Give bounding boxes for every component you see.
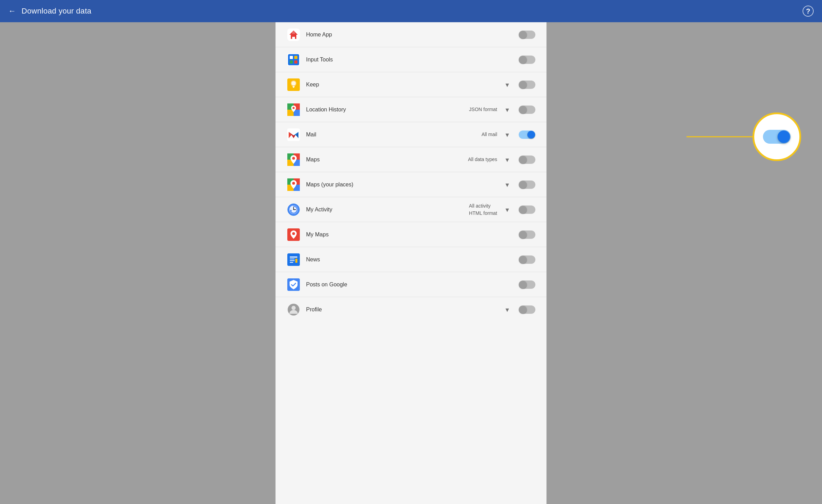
list-row-profile: Profile▾ — [276, 297, 546, 322]
icon-my-activity — [287, 203, 301, 217]
list-row-location-history: Location HistoryJSON format▾ — [276, 97, 546, 122]
list-row-keep: Keep▾ — [276, 72, 546, 97]
info-location-history: JSON format — [469, 106, 497, 113]
label-posts-on-google: Posts on Google — [306, 282, 513, 288]
list-row-my-activity: My ActivityAll activityHTML format▾ — [276, 197, 546, 222]
label-profile: Profile — [306, 306, 500, 313]
svg-point-50 — [292, 232, 295, 235]
icon-my-maps — [287, 228, 301, 242]
toggle-home-app[interactable] — [519, 31, 535, 39]
toggle-posts-on-google[interactable] — [519, 280, 535, 289]
toggle-thumb-my-activity — [519, 206, 527, 213]
callout-toggle-thumb — [778, 131, 790, 143]
svg-rect-8 — [294, 56, 297, 59]
info-mail: All mail — [482, 131, 497, 138]
icon-maps — [287, 153, 301, 167]
label-maps: Maps — [306, 157, 462, 163]
chevron-maps[interactable]: ▾ — [505, 156, 509, 164]
label-maps-places: Maps (your places) — [306, 182, 500, 188]
toggle-news[interactable] — [519, 255, 535, 264]
toggle-thumb-news — [519, 256, 527, 263]
toggle-thumb-mail — [527, 131, 535, 138]
svg-rect-14 — [293, 87, 294, 88]
chevron-maps-places[interactable]: ▾ — [505, 180, 509, 189]
chevron-profile[interactable]: ▾ — [505, 305, 509, 314]
label-my-maps: My Maps — [306, 232, 513, 238]
svg-point-42 — [292, 182, 295, 185]
svg-rect-55 — [290, 260, 295, 261]
list-row-news: News — [276, 247, 546, 272]
icon-mail — [287, 128, 301, 142]
icon-posts-on-google — [287, 278, 301, 292]
info-maps: All data types — [468, 156, 497, 163]
svg-point-60 — [291, 306, 296, 310]
label-news: News — [306, 257, 513, 263]
toggle-thumb-keep — [519, 81, 527, 89]
svg-rect-9 — [290, 60, 293, 64]
svg-rect-53 — [290, 257, 297, 258]
toggle-location-history[interactable] — [519, 106, 535, 114]
chevron-keep[interactable]: ▾ — [505, 81, 509, 89]
icon-keep — [287, 78, 301, 92]
svg-point-36 — [292, 157, 295, 160]
svg-rect-57 — [295, 259, 297, 263]
svg-point-12 — [291, 81, 296, 86]
label-mail: Mail — [306, 132, 476, 138]
toggle-profile[interactable] — [519, 305, 535, 314]
label-home-app: Home App — [306, 32, 513, 38]
chevron-my-activity[interactable]: ▾ — [505, 205, 509, 214]
icon-news — [287, 253, 301, 267]
toggle-maps[interactable] — [519, 156, 535, 164]
label-location-history: Location History — [306, 107, 463, 113]
toggle-thumb-location-history — [519, 106, 527, 114]
label-my-activity: My Activity — [306, 207, 463, 213]
svg-rect-10 — [294, 60, 297, 64]
label-keep: Keep — [306, 82, 500, 88]
toggle-thumb-profile — [519, 306, 527, 313]
toggle-thumb-posts-on-google — [519, 281, 527, 288]
svg-rect-6 — [288, 54, 299, 65]
icon-location-history — [287, 103, 301, 117]
toggle-mail[interactable] — [519, 131, 535, 139]
toggle-my-maps[interactable] — [519, 230, 535, 239]
toggle-thumb-home-app — [519, 31, 527, 39]
svg-rect-56 — [290, 262, 293, 263]
icon-home-app — [287, 28, 301, 42]
list-row-maps-places: Maps (your places)▾ — [276, 172, 546, 197]
svg-point-21 — [293, 107, 295, 109]
list-row-maps: MapsAll data types▾ — [276, 147, 546, 172]
header: ← Download your data ? — [0, 0, 822, 22]
list-row-input-tools: Input Tools — [276, 47, 546, 72]
svg-rect-13 — [293, 86, 295, 87]
icon-input-tools — [287, 53, 301, 67]
icon-profile — [287, 303, 301, 317]
label-input-tools: Input Tools — [306, 57, 513, 63]
page-title: Download your data — [22, 7, 91, 16]
list-row-posts-on-google: Posts on Google — [276, 272, 546, 297]
list-row-my-maps: My Maps — [276, 222, 546, 247]
toggle-input-tools[interactable] — [519, 56, 535, 64]
back-button[interactable]: ← — [8, 7, 16, 16]
toggle-thumb-maps — [519, 156, 527, 163]
svg-rect-7 — [290, 56, 293, 59]
toggle-thumb-input-tools — [519, 56, 527, 64]
list-row-home-app: Home App — [276, 22, 546, 47]
info-my-activity: All activityHTML format — [469, 202, 497, 217]
toggle-thumb-my-maps — [519, 231, 527, 238]
icon-maps-places — [287, 178, 301, 192]
callout-line — [662, 102, 766, 171]
callout-toggle — [763, 130, 791, 144]
toggle-maps-places[interactable] — [519, 180, 535, 189]
help-button[interactable]: ? — [803, 6, 814, 17]
content-panel: Home App Input Tools Keep▾ — [276, 22, 546, 504]
main-area: Home App Input Tools Keep▾ — [0, 22, 822, 504]
toggle-thumb-maps-places — [519, 181, 527, 188]
list-row-mail: MailAll mail▾ — [276, 122, 546, 147]
toggle-callout — [753, 112, 801, 161]
chevron-mail[interactable]: ▾ — [505, 131, 509, 139]
toggle-keep[interactable] — [519, 81, 535, 89]
svg-rect-54 — [290, 259, 295, 259]
chevron-location-history[interactable]: ▾ — [505, 106, 509, 114]
toggle-my-activity[interactable] — [519, 205, 535, 214]
callout-circle — [753, 112, 801, 161]
